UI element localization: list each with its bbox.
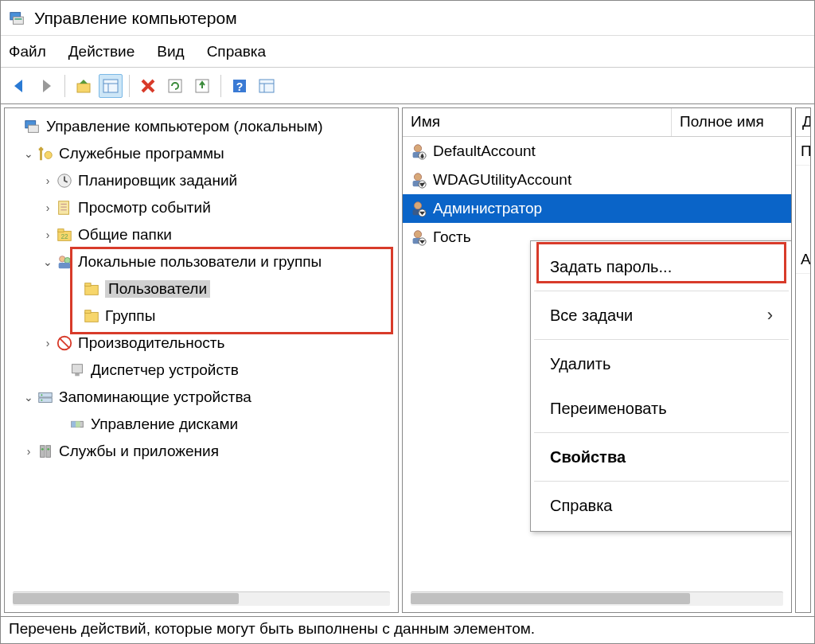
tree-device-manager[interactable]: · Диспетчер устройств — [10, 357, 398, 384]
back-button[interactable] — [7, 74, 31, 98]
svg-point-16 — [45, 151, 52, 158]
properties-button[interactable] — [99, 74, 123, 98]
tree-scrollbar-h[interactable] — [13, 591, 390, 606]
svg-point-26 — [64, 258, 70, 263]
svg-rect-29 — [85, 283, 91, 287]
tree-storage-label: Запоминающие устройства — [59, 388, 252, 406]
tree-performance[interactable]: › Производительность — [10, 330, 398, 357]
forward-button[interactable] — [34, 74, 58, 98]
svg-rect-35 — [75, 373, 80, 377]
refresh-button[interactable] — [163, 74, 187, 98]
list-scrollbar-h[interactable] — [411, 591, 783, 606]
user-icon — [409, 171, 427, 189]
tree-task-scheduler[interactable]: › Планировщик заданий — [10, 167, 398, 194]
tree-users-label: Пользователи — [105, 280, 210, 298]
tree-services-apps[interactable]: › Службы и приложения — [10, 438, 398, 465]
menu-view[interactable]: Вид — [157, 43, 184, 60]
svg-rect-3 — [77, 84, 90, 92]
tree-storage[interactable]: ⌄ Запоминающие устройства — [10, 384, 398, 411]
svg-rect-30 — [85, 312, 99, 322]
svg-point-59 — [414, 231, 421, 238]
svg-rect-42 — [76, 421, 80, 427]
svg-point-45 — [41, 448, 44, 451]
svg-rect-37 — [39, 398, 53, 403]
svg-rect-2 — [14, 18, 21, 20]
tree-device-manager-label: Диспетчер устройств — [91, 361, 239, 379]
up-button[interactable] — [72, 74, 96, 98]
tree-event-viewer-label: Просмотр событий — [78, 199, 211, 217]
body: ▾ Управление компьютером (локальным) ⌄ С… — [1, 104, 814, 616]
svg-rect-4 — [103, 80, 118, 92]
tree-local-users-label: Локальные пользователи и группы — [78, 253, 322, 271]
menu-action[interactable]: Действие — [68, 43, 135, 60]
list-pane: Имя Полное имя DefaultAccount WDAGUtilit… — [402, 107, 792, 613]
menu-file[interactable]: Файл — [9, 43, 46, 60]
tree-utilities-label: Служебные программы — [59, 145, 224, 162]
tree-users[interactable]: · Пользователи — [10, 275, 398, 302]
actions-row[interactable]: А — [796, 245, 810, 274]
list-row[interactable]: DefaultAccount — [403, 137, 791, 166]
tree-services-apps-label: Службы и приложения — [59, 443, 219, 460]
view-button[interactable] — [255, 74, 279, 98]
svg-rect-34 — [72, 365, 83, 373]
svg-point-38 — [41, 394, 43, 396]
tree-groups[interactable]: · Группы — [10, 302, 398, 330]
tree-shared-folders-label: Общие папки — [78, 226, 172, 244]
list-row-name: Гость — [433, 228, 471, 246]
svg-rect-1 — [14, 17, 24, 24]
svg-text:?: ? — [236, 80, 244, 93]
cm-all-tasks[interactable]: Все задачи — [531, 293, 791, 338]
actions-row[interactable]: П — [796, 137, 810, 166]
svg-rect-41 — [72, 421, 76, 427]
list-row-name: WDAGUtilityAccount — [433, 171, 571, 189]
svg-rect-28 — [85, 285, 99, 295]
tree-shared-folders[interactable]: › 22 Общие папки — [10, 221, 398, 248]
tree-root[interactable]: ▾ Управление компьютером (локальным) — [10, 113, 398, 140]
cm-delete[interactable]: Удалить — [531, 342, 791, 386]
help-button[interactable]: ? — [228, 74, 252, 98]
delete-button[interactable] — [136, 74, 160, 98]
titlebar: Управление компьютером — [1, 1, 814, 36]
svg-rect-27 — [59, 263, 71, 268]
list-body[interactable]: DefaultAccount WDAGUtilityAccount Админи… — [403, 137, 791, 587]
svg-text:22: 22 — [60, 233, 68, 240]
list-row[interactable]: WDAGUtilityAccount — [403, 166, 791, 194]
tree-pane: ▾ Управление компьютером (локальным) ⌄ С… — [4, 107, 399, 613]
tree-groups-label: Группы — [105, 307, 155, 325]
tree-event-viewer[interactable]: › Просмотр событий — [10, 194, 398, 221]
svg-rect-7 — [169, 80, 181, 92]
svg-rect-36 — [39, 393, 53, 398]
list-header: Имя Полное имя — [403, 108, 791, 137]
svg-rect-15 — [29, 125, 39, 132]
statusbar: Перечень действий, которые могут быть вы… — [1, 616, 814, 643]
user-icon — [409, 228, 427, 246]
list-row-selected[interactable]: Администратор — [403, 194, 791, 223]
export-button[interactable] — [190, 74, 214, 98]
svg-rect-23 — [58, 229, 64, 232]
cm-properties[interactable]: Свойства — [531, 435, 791, 479]
tree-root-label: Управление компьютером (локальным) — [46, 118, 323, 135]
cm-set-password[interactable]: Задать пароль... — [531, 244, 791, 289]
tree-local-users-groups[interactable]: ⌄ Локальные пользователи и группы — [10, 248, 398, 275]
column-fullname[interactable]: Полное имя — [672, 108, 791, 136]
window-title: Управление компьютером — [34, 9, 237, 28]
tree-disk-management-label: Управление дисками — [91, 416, 238, 433]
svg-rect-18 — [59, 201, 69, 215]
menu-help[interactable]: Справка — [207, 43, 267, 60]
svg-rect-31 — [85, 310, 91, 314]
cm-rename[interactable]: Переименовать — [531, 386, 791, 431]
tree-task-scheduler-label: Планировщик заданий — [78, 172, 237, 189]
tree-utilities[interactable]: ⌄ Служебные программы — [10, 140, 398, 167]
svg-rect-11 — [259, 80, 274, 92]
tree-performance-label: Производительность — [78, 334, 224, 352]
column-name[interactable]: Имя — [403, 108, 672, 136]
svg-point-55 — [414, 202, 421, 209]
cm-help[interactable]: Справка — [531, 483, 791, 528]
tree-disk-management[interactable]: · Управление дисками — [10, 411, 398, 438]
user-icon — [409, 142, 427, 160]
tree[interactable]: ▾ Управление компьютером (локальным) ⌄ С… — [5, 108, 398, 587]
svg-rect-44 — [46, 446, 50, 458]
svg-point-51 — [414, 174, 421, 181]
user-icon — [409, 200, 427, 217]
actions-pane: Д П А — [795, 107, 811, 613]
